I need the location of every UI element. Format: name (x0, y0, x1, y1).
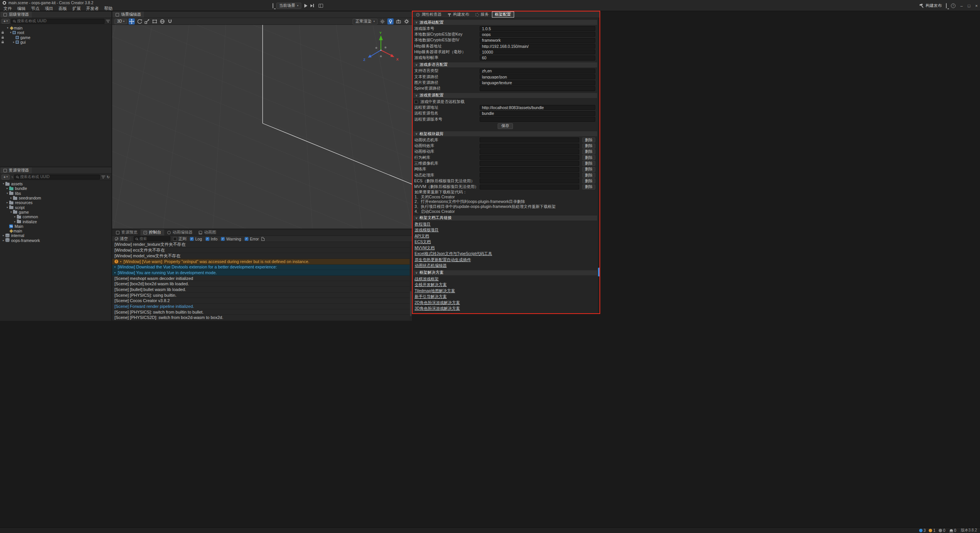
lock-icon[interactable] (2, 42, 4, 43)
field-input[interactable] (480, 86, 595, 91)
mode-3d-button[interactable]: 3D▾ (114, 19, 127, 24)
log-row[interactable]: ▸ [Window] ecs文件夹不存在 (112, 248, 412, 253)
delete-module-button[interactable]: 删除 (582, 144, 595, 149)
log-row[interactable]: ▸ [Scene] [bullet]:bullet wasm lib loade… (112, 287, 412, 293)
log-row[interactable]: ▸ [Scene] [PHYSICS]: switch from builtin… (112, 309, 412, 315)
assets-tab[interactable]: 资源管理器 (1, 167, 32, 173)
asset-node-row[interactable]: ▾ script (0, 205, 111, 209)
expand-arrow-icon[interactable]: ▸ (12, 41, 16, 44)
solution-link[interactable]: 战棋游戏框架 (415, 276, 439, 282)
expand-arrow-icon[interactable]: ▾ (9, 31, 13, 34)
log-row[interactable]: ▸ [Scene] Forward render pipeline initia… (112, 304, 412, 309)
assets-search-input[interactable]: 搜索名称或 UUID (14, 175, 100, 180)
field-input[interactable]: framework (480, 38, 595, 43)
field-input[interactable]: oops (480, 32, 595, 37)
preview-platform-icon[interactable] (273, 3, 273, 8)
field-input[interactable] (480, 117, 595, 122)
expand-arrow-icon[interactable]: ▸ (114, 265, 116, 268)
expand-arrow-icon[interactable]: ▸ (114, 271, 116, 274)
solution-link[interactable]: Tiledmap地图解决方案 (415, 288, 455, 294)
log-counter[interactable]: 1 (929, 528, 936, 533)
log-row[interactable]: ▸ [Window] [Vue warn]: Property "onInput… (112, 259, 412, 265)
asset-node-row[interactable]: ▾ libs (0, 191, 111, 196)
log-counter[interactable]: 3 (919, 528, 926, 533)
light-toggle-button[interactable] (387, 18, 394, 25)
doc-link[interactable]: MVVM文档 (415, 245, 435, 251)
expand-arrow-icon[interactable]: ▾ (2, 182, 5, 185)
doc-link[interactable]: ECS文档 (415, 239, 431, 245)
field-input[interactable]: 10000 (480, 49, 595, 54)
menu-item[interactable]: 面板 (56, 6, 70, 11)
console-search-input[interactable]: 搜索 (134, 236, 170, 241)
delete-module-button[interactable]: 删除 (582, 137, 595, 142)
expand-arrow-icon[interactable]: ▸ (2, 234, 5, 237)
gear-icon[interactable] (403, 18, 410, 25)
hierarchy-node-row[interactable]: ▾ main (0, 26, 111, 30)
menu-item[interactable]: 帮助 (101, 6, 115, 11)
rect-tool-button[interactable] (152, 18, 158, 25)
save-button[interactable]: 保存 (498, 123, 513, 129)
field-input[interactable]: 60 (480, 56, 595, 60)
menu-item[interactable]: 编辑 (15, 6, 28, 11)
section-modules-header[interactable]: ∨ 框架模块裁剪 (413, 131, 597, 136)
section-resource-header[interactable]: ∨ 游戏资源配置 (413, 93, 597, 98)
delete-module-button[interactable]: 删除 (582, 167, 595, 172)
scale-tool-button[interactable] (144, 18, 150, 25)
notification-counter[interactable]: 0 (950, 528, 956, 533)
console-filter[interactable]: Error (245, 237, 259, 241)
delete-module-button[interactable]: 删除 (582, 185, 595, 190)
asset-node-row[interactable]: main (0, 229, 111, 233)
scene-viewport[interactable]: Y X Z (112, 25, 412, 229)
filter-checkbox[interactable] (221, 237, 225, 241)
solution-link[interactable]: 3D角色扮演游戏解决方案 (415, 306, 460, 311)
expand-arrow-icon[interactable]: ▾ (9, 211, 13, 214)
filter-checkbox[interactable] (190, 237, 194, 241)
field-input[interactable]: zh,en (480, 69, 595, 74)
filter-checkbox[interactable] (245, 237, 248, 241)
field-input[interactable]: http://192.168.0.150/main/ (480, 44, 595, 49)
asset-node-row[interactable]: ▸ resources (0, 200, 111, 205)
hierarchy-node-row[interactable]: ▾ root (0, 30, 111, 35)
doc-link[interactable]: 动画状态机编辑器 (415, 263, 447, 268)
doc-link[interactable]: 教程项目 (415, 222, 431, 227)
menu-item[interactable]: 文件 (1, 6, 15, 11)
expand-arrow-icon[interactable]: ▸ (5, 187, 9, 190)
delete-module-button[interactable]: 删除 (582, 173, 595, 178)
delete-module-button[interactable]: 删除 (582, 178, 595, 183)
expand-arrow-icon[interactable]: ▾ (5, 206, 9, 209)
asset-node-row[interactable]: ▾ game (0, 210, 111, 214)
delete-module-button[interactable]: 删除 (582, 161, 595, 166)
console-filter[interactable]: Info (206, 237, 218, 241)
refresh-icon[interactable]: ↻ (107, 175, 110, 179)
asset-node-row[interactable]: ▸ seedrandom (0, 196, 111, 200)
create-asset-button[interactable]: +▾ (2, 175, 10, 180)
asset-node-row[interactable]: Main (0, 224, 111, 229)
expand-arrow-icon[interactable]: ▸ (9, 196, 13, 199)
filter-icon[interactable] (101, 176, 105, 178)
axis-gizmo[interactable]: Y X Z (360, 30, 402, 69)
asset-node-row[interactable]: ▾ assets (0, 181, 111, 186)
log-row[interactable]: ▸ [Scene] meshopt wasm decoder initializ… (112, 276, 412, 281)
scene-tab[interactable]: 场景编辑器 (113, 11, 144, 18)
solution-link[interactable]: 新手引导解决方案 (415, 294, 447, 299)
export-log-icon[interactable] (261, 237, 265, 241)
solution-link[interactable]: 全栈开发解决方案 (415, 282, 447, 288)
inspector-tab[interactable]: 属性检查器 (413, 12, 444, 17)
filter-checkbox[interactable] (173, 237, 177, 241)
step-button[interactable] (310, 4, 314, 7)
delete-module-button[interactable]: 删除 (582, 155, 595, 160)
expand-arrow-icon[interactable]: ▾ (6, 26, 10, 29)
section-docs-header[interactable]: ∨ 框架文档工具链接 (413, 216, 597, 221)
log-row[interactable]: ▸ [Window] You are running Vue in develo… (112, 270, 412, 276)
log-row[interactable]: ▸ [Window] render_texture文件夹不存在 (112, 242, 412, 248)
console-filter[interactable]: Log (190, 237, 202, 241)
remote-load-checkbox[interactable] (414, 100, 418, 104)
log-row[interactable]: ▸ [Scene] Cocos Creator v3.8.2 (112, 298, 412, 304)
expand-arrow-icon[interactable]: ▸ (2, 239, 5, 242)
camera-icon[interactable] (395, 18, 402, 25)
minimize-button[interactable]: – (960, 3, 963, 8)
move-tool-button[interactable] (129, 18, 135, 25)
log-row[interactable]: ▸ [Scene] [box2d]:box2d wasm lib loaded. (112, 281, 412, 287)
build-publish-button[interactable]: 构建发布 (919, 3, 942, 8)
world-local-toggle-icon[interactable] (159, 18, 165, 25)
